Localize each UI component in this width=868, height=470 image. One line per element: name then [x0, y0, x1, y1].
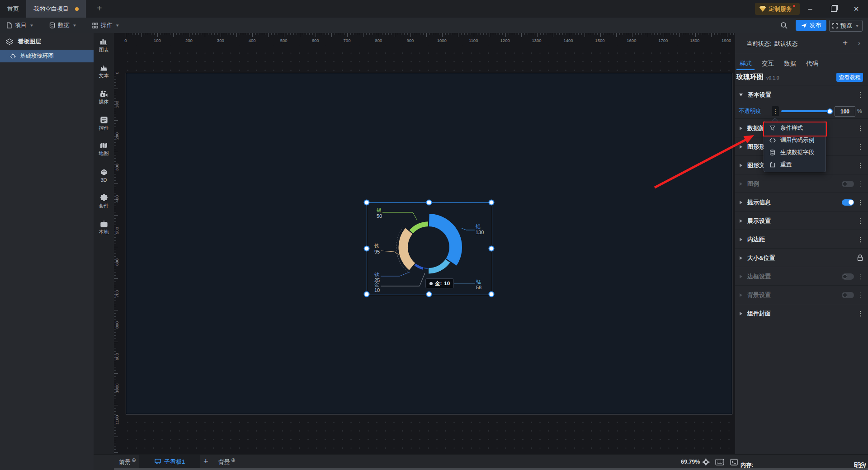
menu-item-3[interactable]: 操作▼	[88, 18, 124, 33]
layer-item-1[interactable]: 基础玫瑰环图	[0, 50, 94, 62]
selection-handle[interactable]	[364, 245, 370, 251]
circle-plus-icon[interactable]: ⊕	[231, 457, 236, 463]
tool-地图[interactable]: 地图	[94, 142, 114, 157]
zoom-percent[interactable]: 69.79%	[681, 459, 700, 465]
section-提示信息[interactable]: 提示信息⋮	[735, 193, 868, 212]
current-state: 当前状态: 默认状态	[746, 36, 798, 52]
opacity-slider-thumb[interactable]	[827, 108, 833, 114]
expand-states-button[interactable]: ›	[858, 39, 860, 47]
custom-service-badge[interactable]: 定制服务	[755, 3, 800, 15]
selection-handle[interactable]	[489, 200, 495, 206]
kebab-menu-icon[interactable]: ⋮	[857, 182, 864, 186]
menu-item-2[interactable]: 数据▼	[45, 18, 81, 33]
tutorial-button[interactable]: 查看教程	[836, 73, 863, 82]
tool-媒体[interactable]: 媒体	[94, 90, 114, 105]
section-toggle[interactable]	[842, 199, 854, 206]
tooltip-series-dot	[429, 282, 433, 285]
tool-套件[interactable]: 套件	[94, 194, 114, 209]
tool-3D[interactable]: 3D	[94, 169, 114, 183]
opacity-value-input[interactable]: 100	[835, 106, 855, 117]
project-tab-1[interactable]: 首页	[0, 0, 26, 18]
section-toggle[interactable]	[842, 292, 854, 298]
new-project-tab-button[interactable]: +	[90, 3, 108, 14]
h-ruler-label: 1400	[563, 38, 573, 43]
circle-plus-icon[interactable]: ⊕	[132, 457, 136, 463]
kebab-menu-icon[interactable]: ⋮	[857, 93, 864, 97]
section-图例[interactable]: 图例⋮	[735, 174, 868, 193]
kebab-menu-icon[interactable]: ⋮	[857, 200, 864, 205]
tool-本地[interactable]: 本地	[94, 221, 114, 235]
selection-handle[interactable]	[364, 200, 370, 206]
maximize-button[interactable]	[825, 0, 843, 18]
v-ruler-label: 400	[114, 195, 119, 202]
caret-right-icon	[740, 219, 742, 223]
add-state-button[interactable]: +	[843, 38, 848, 48]
close-button[interactable]: ✕	[847, 0, 865, 18]
selection-handle[interactable]	[489, 291, 495, 297]
custom-service-label: 定制服务	[769, 5, 792, 13]
h-ruler-label: 1200	[500, 38, 510, 43]
kebab-menu-icon[interactable]: ⋮	[857, 311, 864, 316]
panel-tab-3[interactable]: 数据	[784, 60, 796, 68]
tooltip-name: 金:	[435, 280, 442, 287]
horizontal-ruler: 0100200300400500600700800900100011001200…	[114, 33, 735, 45]
panel-tab-1[interactable]: 样式	[740, 60, 752, 68]
section-toggle[interactable]	[842, 273, 854, 280]
background-control[interactable]: 背景 ⊕	[218, 458, 236, 466]
selection-handle[interactable]	[489, 245, 495, 251]
foreground-label: 前景	[119, 458, 131, 466]
tool-文本[interactable]: 文本	[94, 65, 114, 79]
tool-label: 图表	[94, 47, 114, 53]
section-边框设置[interactable]: 边框设置⋮	[735, 267, 868, 286]
section-label: 基本设置	[748, 91, 771, 99]
kebab-menu-icon[interactable]: ⋮	[857, 163, 864, 168]
section-toggle[interactable]	[842, 181, 854, 187]
tool-图表[interactable]: 图表	[94, 38, 114, 53]
context-menu-item-3[interactable]: 生成数据字段	[764, 146, 826, 159]
lock-icon[interactable]	[857, 254, 863, 261]
kebab-menu-icon[interactable]: ⋮	[857, 274, 864, 279]
project-tabs: 首页我的空白项目	[0, 0, 86, 18]
kebab-menu-icon[interactable]: ⋮	[857, 293, 864, 297]
tool-控件[interactable]: 控件	[94, 117, 114, 132]
tool-label: 3D	[94, 177, 114, 183]
selection-handle[interactable]	[426, 200, 432, 206]
opacity-slider-track[interactable]	[781, 110, 831, 112]
add-board-button[interactable]: +	[203, 457, 208, 466]
section-label: 图例	[747, 180, 759, 188]
menu-item-1[interactable]: 项目▼	[2, 18, 38, 33]
section-basic-settings[interactable]: 基本设置 ⋮	[735, 85, 868, 104]
search-button[interactable]	[778, 21, 789, 30]
section-组件封面[interactable]: 组件封面⋮	[735, 304, 868, 323]
panel-tab-2[interactable]: 交互	[762, 60, 774, 68]
v-ruler-label: 1100	[114, 415, 119, 424]
kebab-menu-icon[interactable]: ⋮	[857, 237, 864, 242]
kebab-menu-icon[interactable]: ⋮	[857, 145, 864, 149]
section-内边距[interactable]: 内边距⋮	[735, 230, 868, 249]
fit-screen-icon	[702, 458, 710, 466]
section-大小&位置[interactable]: 大小&位置	[735, 248, 868, 267]
minimize-button[interactable]: –	[801, 0, 819, 18]
v-ruler-label: 200	[114, 132, 119, 140]
foreground-control[interactable]: 前景 ⊕	[119, 458, 136, 466]
preview-button[interactable]: 预览 ▼	[829, 20, 863, 32]
selection-handle[interactable]	[364, 291, 370, 297]
board-tab[interactable]: 子看板1	[139, 455, 200, 469]
selection-handle[interactable]	[426, 291, 432, 297]
context-menu-item-4[interactable]: 重置	[764, 159, 826, 171]
shortcut-keys-button[interactable]	[714, 457, 726, 467]
panel-tab-4[interactable]: 代码	[806, 60, 818, 68]
project-tab-2[interactable]: 我的空白项目	[26, 0, 86, 18]
v-ruler-label: 900	[114, 353, 119, 360]
tool-label: 媒体	[94, 99, 114, 105]
section-展示设置[interactable]: 展示设置⋮	[735, 211, 868, 230]
section-label: 提示信息	[747, 198, 771, 207]
section-背景设置[interactable]: 背景设置⋮	[735, 285, 868, 304]
bottom-scrollbar[interactable]	[114, 468, 868, 470]
publish-button[interactable]: 发布	[796, 20, 826, 31]
fit-screen-button[interactable]	[701, 457, 711, 467]
chevron-down-icon: ▼	[855, 24, 859, 28]
opacity-kebab-button[interactable]: ⋮	[772, 106, 779, 116]
kebab-menu-icon[interactable]: ⋮	[857, 126, 864, 131]
kebab-menu-icon[interactable]: ⋮	[857, 219, 864, 223]
